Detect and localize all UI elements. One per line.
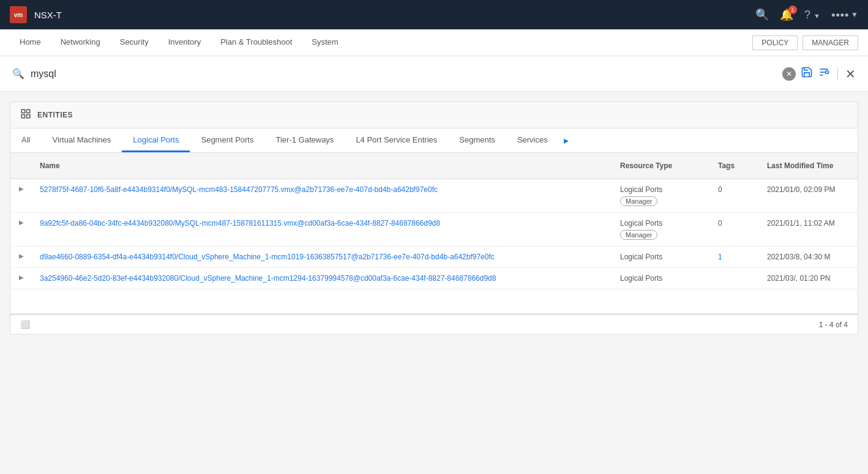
tags-link-3[interactable]: 1 (718, 253, 722, 261)
svg-point-3 (826, 71, 829, 74)
manager-badge-1: Manager (620, 196, 657, 206)
entities-header: ENTITIES (10, 102, 858, 128)
table-row: ▶ 3a254960-46e2-5d20-83ef-e4434b932080/C… (10, 268, 858, 289)
row-resource-2: Logical Ports Manager (613, 213, 711, 246)
table-header: Name Resource Type Tags Last Modified Ti… (10, 153, 858, 179)
row-resource-1: Logical Ports Manager (613, 179, 711, 212)
search-close-button[interactable]: ✕ (845, 67, 856, 81)
manager-badge-2: Manager (620, 230, 657, 240)
svg-rect-6 (21, 115, 24, 118)
search-filter-button[interactable] (818, 66, 830, 81)
row-name-1[interactable]: 5278f75f-4687-10f6-5a8f-e4434b9314f0/MyS… (32, 179, 613, 200)
row-name-3[interactable]: d9ae4660-0889-6354-df4a-e4434b9314f0/Clo… (32, 246, 613, 267)
top-bar-right: 🔍 🔔 1 ? ▼ ●●●● ▼ (755, 8, 858, 21)
tab-services[interactable]: Services (506, 129, 559, 152)
nav-item-system[interactable]: System (302, 29, 348, 56)
tab-logical-ports[interactable]: Logical Ports (122, 129, 190, 152)
user-menu[interactable]: ●●●● ▼ (831, 10, 858, 19)
notification-badge: 1 (788, 6, 797, 14)
policy-button[interactable]: POLICY (752, 35, 798, 50)
table-row: ▶ 9a92fc5f-da86-04bc-34fc-e4434b932080/M… (10, 213, 858, 246)
vm-logo: vm (10, 6, 27, 23)
tab-segments[interactable]: Segments (448, 129, 506, 152)
search-container: 🔍 ✕ ✕ (0, 56, 868, 92)
col-tags: Tags (711, 158, 760, 174)
row-tags-2: 0 (711, 213, 760, 234)
app-title: NSX-T (34, 10, 62, 20)
svg-rect-5 (27, 109, 30, 113)
nav-bar: Home Networking Security Inventory Plan … (0, 29, 868, 56)
nav-item-inventory[interactable]: Inventory (159, 29, 211, 56)
entities-icon (20, 108, 31, 122)
row-expand-2[interactable]: ▶ (10, 213, 32, 232)
row-tags-1: 0 (711, 179, 760, 200)
row-resource-4: Logical Ports (613, 268, 711, 289)
tab-all[interactable]: All (10, 129, 41, 152)
col-name: Name (32, 158, 613, 174)
notification-icon[interactable]: 🔔 1 (780, 8, 793, 21)
nav-item-security[interactable]: Security (110, 29, 159, 56)
user-label: ●●●● ▼ (831, 10, 858, 19)
row-resource-3: Logical Ports (613, 246, 711, 267)
table-row: ▶ 5278f75f-4687-10f6-5a8f-e4434b9314f0/M… (10, 179, 858, 213)
tab-virtual-machines[interactable]: Virtual Machines (41, 129, 122, 152)
table-row: ▶ d9ae4660-0889-6354-df4a-e4434b9314f0/C… (10, 246, 858, 268)
tab-l4-port[interactable]: L4 Port Service Entries (345, 129, 448, 152)
row-expand-1[interactable]: ▶ (10, 179, 32, 198)
table-container: Name Resource Type Tags Last Modified Ti… (10, 152, 858, 314)
top-bar: vm NSX-T 🔍 🔔 1 ? ▼ ●●●● ▼ (0, 0, 868, 29)
top-bar-left: vm NSX-T (10, 6, 62, 23)
col-date: Last Modified Time (760, 158, 858, 174)
col-resource-type: Resource Type (613, 158, 711, 174)
help-icon[interactable]: ? ▼ (804, 9, 820, 21)
empty-row (10, 289, 858, 314)
nav-right: POLICY MANAGER (752, 29, 858, 56)
entities-label: ENTITIES (37, 111, 73, 119)
tab-tier1-gateways[interactable]: Tier-1 Gateways (264, 129, 345, 152)
table-footer: ⬜ 1 - 4 of 4 (10, 314, 858, 335)
search-box: 🔍 (12, 68, 782, 80)
search-icon[interactable]: 🔍 (755, 8, 769, 21)
row-tags-3[interactable]: 1 (711, 246, 760, 267)
svg-rect-4 (21, 109, 24, 113)
tab-segment-ports[interactable]: Segment Ports (190, 129, 264, 152)
nav-item-home[interactable]: Home (10, 29, 51, 56)
nav-left: Home Networking Security Inventory Plan … (10, 29, 348, 56)
row-date-4: 2021/03/, 01:20 PN (760, 268, 858, 289)
search-input[interactable] (31, 69, 782, 80)
main-content: ENTITIES All Virtual Machines Logical Po… (0, 92, 868, 344)
search-divider (837, 67, 838, 81)
row-date-1: 2021/01/0, 02:09 PM (760, 179, 858, 200)
nav-item-plan[interactable]: Plan & Troubleshoot (211, 29, 302, 56)
tabs-container: All Virtual Machines Logical Ports Segme… (10, 128, 858, 152)
row-date-3: 2021/03/8, 04:30 M (760, 246, 858, 267)
search-save-button[interactable] (801, 66, 813, 81)
row-expand-3[interactable]: ▶ (10, 246, 32, 265)
row-expand-4[interactable]: ▶ (10, 268, 32, 287)
row-name-2[interactable]: 9a92fc5f-da86-04bc-34fc-e4434b932080/MyS… (32, 213, 613, 234)
tab-more-button[interactable]: ▸ (559, 128, 574, 152)
col-expand (10, 158, 32, 174)
manager-button[interactable]: MANAGER (803, 35, 858, 50)
row-tags-4 (711, 268, 760, 280)
panel-toggle-icon[interactable]: ⬜ (20, 320, 30, 329)
page-info: 1 - 4 of 4 (819, 320, 848, 329)
row-date-2: 2021/01/1, 11:02 AM (760, 213, 858, 234)
search-actions: ✕ ✕ (782, 66, 856, 81)
search-clear-button[interactable]: ✕ (782, 67, 796, 81)
row-name-4[interactable]: 3a254960-46e2-5d20-83ef-e4434b932080/Clo… (32, 268, 613, 289)
search-magnifier-icon: 🔍 (12, 68, 24, 80)
nav-item-networking[interactable]: Networking (51, 29, 110, 56)
svg-rect-7 (27, 115, 30, 118)
